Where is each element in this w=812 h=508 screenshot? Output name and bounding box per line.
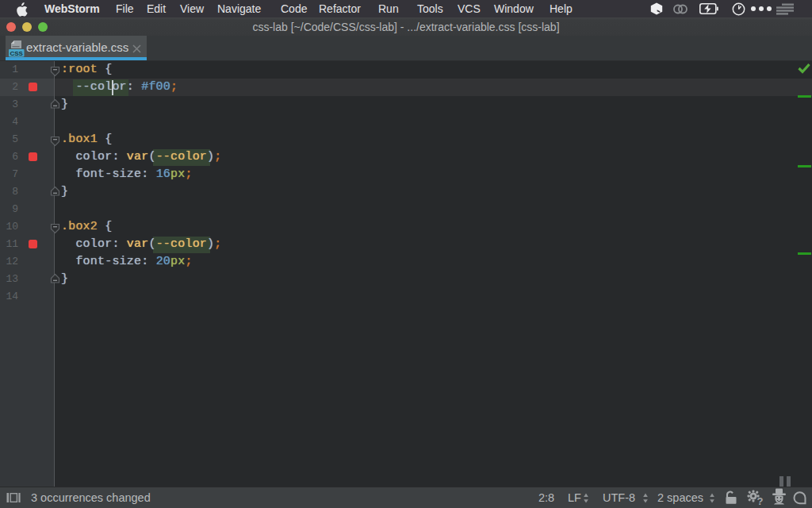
svg-text:?: ? [757, 495, 764, 506]
svg-text:CSS: CSS [10, 50, 23, 57]
